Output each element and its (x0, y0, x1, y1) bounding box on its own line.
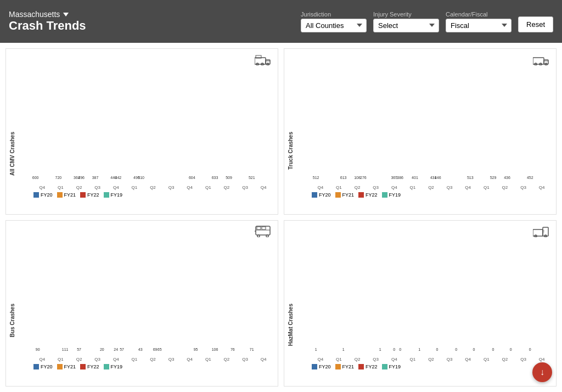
x-label: Q1 (52, 185, 70, 190)
svg-rect-15 (257, 227, 261, 229)
legend-label: FY20 (319, 192, 331, 198)
legend-item: FY19 (104, 364, 123, 369)
legend-item: FY20 (33, 192, 53, 198)
legend-color-swatch (80, 364, 86, 369)
calendar-select[interactable]: Fiscal (446, 19, 512, 32)
bar-value: 76 (231, 348, 235, 351)
jurisdiction-select[interactable]: All Counties (301, 19, 367, 32)
x-label: Q1 (199, 357, 217, 362)
legend-label: FY21 (342, 364, 355, 369)
bar-value: 1 (379, 348, 381, 351)
bar-value: 1 (342, 348, 345, 351)
legend-label: FY20 (41, 192, 53, 198)
bar-value: 446 (435, 176, 441, 180)
legend-item: FY20 (312, 192, 331, 198)
legend-hazmat: FY20FY21FY22FY19 (312, 364, 550, 369)
legend-label: FY20 (41, 364, 53, 369)
x-label: Q1 (330, 357, 348, 362)
svg-point-17 (257, 235, 260, 237)
y-label-bus: Bus Crashes (9, 304, 15, 337)
legend-color-swatch (104, 364, 109, 369)
bar-value: 442 (115, 176, 121, 180)
x-label: Q4 (255, 357, 272, 362)
x-label: Q4 (312, 185, 329, 190)
filters: Jurisdiction All Counties Injury Severit… (301, 11, 553, 32)
page-title: Crash Trends (9, 19, 86, 33)
chart-icon-bus (255, 225, 271, 240)
legend-color-swatch (382, 364, 387, 369)
x-label: Q3 (237, 185, 254, 190)
x-label: Q2 (70, 185, 88, 190)
legend-truck: FY20FY21FY22FY19 (312, 192, 550, 198)
bar-value: 0 (393, 348, 395, 351)
legend-color-swatch (57, 364, 63, 369)
bar-value: 95 (194, 348, 198, 351)
svg-point-18 (266, 235, 268, 237)
legend-label: FY22 (87, 192, 99, 198)
legend-label: FY20 (319, 364, 331, 369)
bar-value: 509 (226, 176, 232, 180)
charts-area: All CMV Crashes6007203642963874404424965… (0, 43, 562, 392)
y-label-hazmat: HazMat Crashes (288, 304, 294, 346)
x-label: Q1 (330, 185, 348, 190)
legend-bus: FY20FY21FY22FY19 (33, 364, 272, 369)
bar-value: 0 (510, 348, 512, 351)
legend-item: FY21 (57, 192, 76, 198)
svg-rect-20 (533, 229, 543, 236)
x-label: Q4 (33, 185, 51, 190)
legend-item: FY21 (57, 364, 76, 369)
x-label: Q4 (181, 357, 199, 362)
bar-value: 0 (436, 348, 438, 351)
chart-icon-cmv (255, 53, 271, 69)
bar-value: 521 (249, 176, 255, 180)
legend-color-swatch (335, 192, 341, 198)
legend-label: FY21 (64, 192, 76, 198)
x-label: Q1 (126, 185, 143, 190)
calendar-filter: Calendar/Fiscal Fiscal (446, 11, 512, 32)
svg-rect-8 (544, 60, 548, 64)
bar-value: 513 (467, 176, 474, 180)
x-label: Q3 (162, 185, 180, 190)
x-label: Q4 (181, 185, 199, 190)
bar-value: 65 (158, 348, 162, 351)
x-label: Q4 (459, 185, 477, 190)
reset-button[interactable]: Reset (518, 16, 553, 32)
x-label: Q3 (515, 185, 532, 190)
x-label: Q3 (89, 185, 106, 190)
bar-value: 529 (490, 176, 497, 180)
bar-value: 0 (529, 348, 531, 351)
legend-color-swatch (358, 364, 364, 369)
legend-label: FY19 (111, 364, 123, 369)
x-label: Q4 (533, 357, 550, 362)
legend-label: FY19 (389, 192, 401, 198)
bar-value: 276 (360, 176, 367, 180)
legend-color-swatch (335, 364, 341, 369)
svg-rect-13 (256, 226, 270, 235)
chart-panel-bus: Bus Crashes9011157202457436965951067671Q… (5, 220, 278, 387)
legend-item: FY19 (104, 192, 123, 198)
bar-value: 24 (114, 348, 118, 351)
bar-value: 387 (92, 176, 99, 180)
x-label: Q3 (515, 357, 532, 362)
injury-filter: Injury Severity Select (373, 11, 439, 32)
svg-rect-16 (262, 227, 266, 229)
chart-body-truck: 512613108276365386401431446513529436452Q… (312, 54, 550, 198)
download-button[interactable]: ↓ (532, 362, 552, 382)
header: Massachusetts Crash Trends Jurisdiction … (0, 0, 562, 43)
x-label: Q2 (496, 357, 514, 362)
x-label: Q3 (367, 185, 385, 190)
bar-value: 69 (153, 348, 158, 351)
x-label: Q2 (349, 185, 366, 190)
x-label: Q4 (255, 185, 272, 190)
legend-label: FY21 (342, 192, 355, 198)
bar-value: 1 (418, 348, 420, 351)
x-label: Q2 (144, 185, 162, 190)
legend-item: FY19 (382, 364, 401, 369)
bar-value: 720 (55, 176, 62, 180)
legend-color-swatch (382, 192, 387, 198)
injury-select[interactable]: Select (373, 19, 439, 32)
legend-item: FY19 (382, 192, 401, 198)
jurisdiction-filter: Jurisdiction All Counties (301, 11, 367, 32)
state-dropdown-arrow[interactable] (63, 13, 69, 16)
legend-color-swatch (358, 192, 364, 198)
